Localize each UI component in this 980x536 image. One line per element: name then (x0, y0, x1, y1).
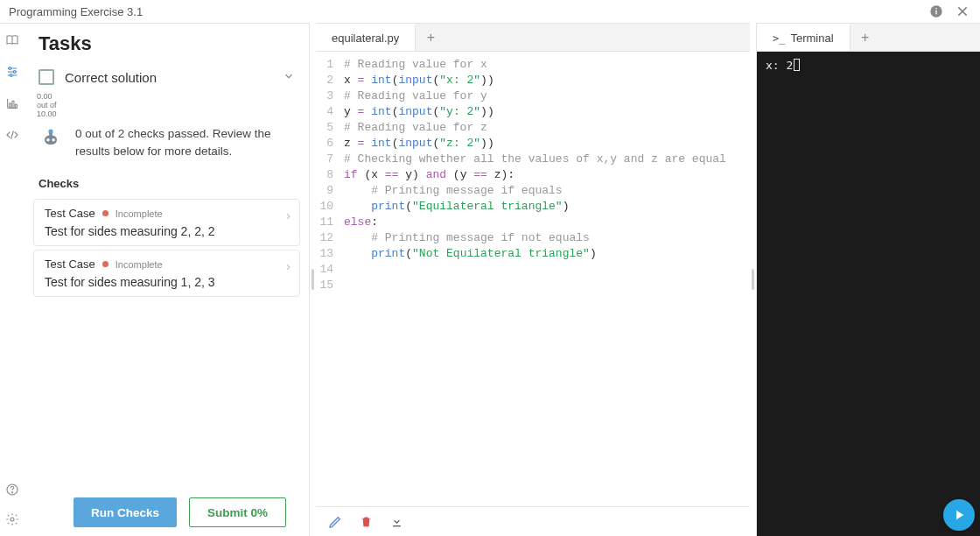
terminal-cursor (794, 59, 800, 71)
download-icon[interactable] (390, 515, 403, 528)
chart-icon[interactable] (4, 95, 20, 111)
new-tab-button[interactable]: + (416, 24, 445, 51)
code-editor[interactable]: 123456789101112131415 # Reading value fo… (316, 52, 750, 506)
svg-point-15 (52, 138, 55, 142)
trash-icon[interactable] (360, 515, 373, 528)
check-name: Test Case (45, 207, 95, 220)
tasks-panel: Tasks Correct solution 0.00 out of 10.00… (24, 23, 310, 536)
svg-rect-8 (15, 104, 17, 108)
editor-tab-label: equilateral.py (332, 32, 399, 45)
terminal-output: x: 2 (766, 59, 793, 72)
svg-rect-16 (49, 133, 52, 137)
chevron-right-icon: › (286, 208, 290, 222)
book-icon[interactable] (4, 32, 20, 48)
task-title: Correct solution (65, 70, 272, 85)
sliders-icon[interactable] (4, 64, 20, 80)
svg-point-10 (11, 492, 12, 493)
editor-tab[interactable]: equilateral.py (316, 24, 416, 51)
robot-icon (38, 125, 63, 150)
task-checkbox[interactable] (38, 69, 54, 85)
check-card[interactable]: Test CaseIncompleteTest for sides measur… (33, 250, 300, 297)
tasks-footer: Run Checks Submit 0% (24, 489, 309, 536)
close-icon[interactable] (954, 3, 971, 20)
titlebar: Programming Exercise 3.1 (0, 0, 980, 23)
feedback-row: 0 out of 2 checks passed. Review the res… (24, 118, 309, 172)
svg-point-5 (10, 74, 12, 77)
terminal-tab[interactable]: >_ Terminal (757, 24, 850, 51)
edit-icon[interactable] (328, 515, 342, 529)
check-name: Test Case (45, 257, 95, 271)
line-gutter: 123456789101112131415 (316, 52, 339, 506)
svg-rect-2 (935, 8, 936, 9)
task-score: 0.00 out of 10.00 (24, 92, 309, 118)
panel-resize-handle[interactable] (750, 23, 756, 536)
status-dot-icon (102, 261, 108, 267)
check-card[interactable]: Test CaseIncompleteTest for sides measur… (33, 199, 300, 246)
info-icon[interactable] (928, 3, 945, 20)
editor-tabbar: equilateral.py + (316, 24, 750, 52)
status-dot-icon (102, 210, 108, 216)
submit-button[interactable]: Submit 0% (189, 497, 286, 527)
left-rail (0, 23, 24, 536)
svg-point-11 (10, 518, 14, 521)
terminal-prompt-icon: >_ (773, 32, 785, 45)
svg-point-4 (13, 71, 16, 74)
code-icon[interactable] (4, 127, 20, 143)
run-checks-button[interactable]: Run Checks (74, 497, 177, 527)
checks-heading: Checks (24, 172, 309, 195)
task-item[interactable]: Correct solution (24, 62, 309, 92)
svg-rect-7 (12, 101, 14, 108)
panel-resize-handle[interactable] (310, 23, 316, 536)
svg-rect-1 (935, 11, 936, 15)
check-status: Incomplete (116, 208, 163, 219)
svg-point-3 (9, 67, 11, 70)
chevron-down-icon (283, 70, 295, 85)
svg-rect-13 (45, 135, 57, 145)
svg-point-14 (46, 138, 50, 142)
gear-icon[interactable] (4, 511, 20, 527)
terminal-tabbar: >_ Terminal + (757, 24, 980, 52)
terminal-tab-label: Terminal (790, 32, 833, 45)
window-title: Programming Exercise 3.1 (9, 5, 143, 18)
terminal-panel: >_ Terminal + x: 2 (756, 23, 980, 536)
check-status: Incomplete (116, 259, 163, 270)
tasks-heading: Tasks (24, 24, 309, 62)
new-terminal-button[interactable]: + (850, 24, 880, 51)
help-icon[interactable] (4, 482, 20, 497)
svg-rect-6 (10, 103, 11, 108)
run-button[interactable] (943, 499, 975, 531)
editor-panel: equilateral.py + 123456789101112131415 #… (316, 23, 750, 536)
feedback-message: 0 out of 2 checks passed. Review the res… (75, 125, 295, 159)
chevron-right-icon: › (286, 259, 290, 273)
check-description: Test for sides measuring 2, 2, 2 (45, 224, 289, 238)
terminal-body[interactable]: x: 2 (757, 52, 980, 536)
check-description: Test for sides measuring 1, 2, 3 (45, 275, 289, 289)
editor-toolbar (316, 506, 750, 536)
code-content[interactable]: # Reading value for xx = int(input("x: 2… (339, 52, 750, 506)
